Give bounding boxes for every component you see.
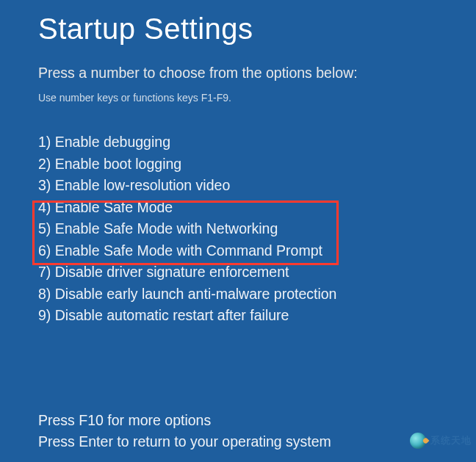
footer-return: Press Enter to return to your operating … [38,431,331,452]
watermark: 系统天地 [410,433,472,449]
options-list: 1) Enable debugging 2) Enable boot loggi… [38,131,438,327]
option-4-safe-mode[interactable]: 4) Enable Safe Mode [38,197,438,219]
footer-instructions: Press F10 for more options Press Enter t… [38,410,331,452]
startup-settings-screen: Startup Settings Press a number to choos… [0,0,476,327]
option-6-safe-mode-command-prompt[interactable]: 6) Enable Safe Mode with Command Prompt [38,240,438,262]
footer-more-options: Press F10 for more options [38,410,331,431]
option-8-disable-anti-malware[interactable]: 8) Disable early launch anti-malware pro… [38,284,438,306]
option-2-enable-boot-logging[interactable]: 2) Enable boot logging [38,154,438,176]
watermark-globe-icon [410,433,426,449]
instruction-hint: Use number keys or functions keys F1-F9. [38,92,438,104]
option-7-disable-driver-signature[interactable]: 7) Disable driver signature enforcement [38,261,438,284]
page-title: Startup Settings [38,12,438,46]
option-1-enable-debugging[interactable]: 1) Enable debugging [38,131,438,154]
option-9-disable-auto-restart[interactable]: 9) Disable automatic restart after failu… [38,305,438,327]
option-3-low-resolution-video[interactable]: 3) Enable low-resolution video [38,175,438,197]
option-5-safe-mode-networking[interactable]: 5) Enable Safe Mode with Networking [38,218,438,240]
watermark-text: 系统天地 [430,434,472,447]
instruction-subtitle: Press a number to choose from the option… [38,65,438,82]
